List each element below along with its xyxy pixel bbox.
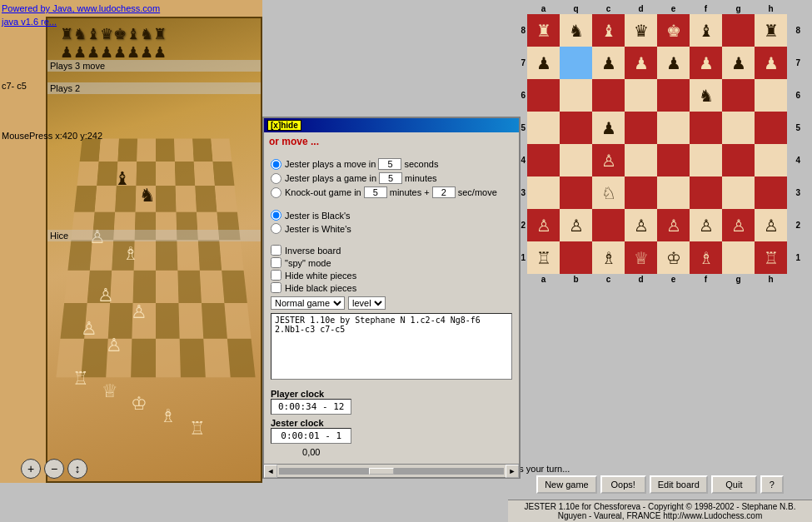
cell-f1[interactable]: ♗ (690, 241, 722, 274)
ko-secmove-input[interactable] (432, 186, 456, 198)
cell-g7[interactable]: ♟ (722, 47, 755, 79)
cell-g6[interactable] (722, 79, 755, 112)
cell-g2[interactable]: ♙ (722, 209, 755, 241)
hide-white-checkbox[interactable] (271, 270, 281, 281)
cell-d7[interactable]: ♟ (625, 47, 657, 79)
cell-a4[interactable] (527, 144, 560, 176)
knockout-radio[interactable] (271, 187, 281, 198)
cell-b8[interactable]: ♞ (560, 14, 592, 47)
cell-f5[interactable] (690, 112, 722, 144)
cell-c8[interactable]: ♝ (592, 14, 625, 47)
cell-g3[interactable] (722, 176, 755, 209)
cell-f3[interactable] (690, 176, 722, 209)
cell-h4[interactable] (755, 144, 787, 176)
reset-view-button[interactable]: ↕ (67, 459, 87, 479)
chess-board-3d[interactable]: ♜♞♝♛♚♝♞♜ ♟♟♟♟♟♟♟♟ ♝ ♞ ♙ ♗ ♙ ♙ ♙ ♙ ♖ ♕ ♔ … (46, 17, 262, 483)
plays-move-radio[interactable] (271, 159, 281, 170)
hide-black-row: Hide black pieces (271, 282, 512, 293)
cell-a2[interactable]: ♙ (527, 209, 560, 241)
cell-c4[interactable]: ♙ (592, 144, 625, 176)
dialog-scrollbar[interactable]: ◄ ► (264, 464, 519, 477)
cell-a7[interactable]: ♟ (527, 47, 560, 79)
game-log[interactable]: JESTER 1.10e by Stephane N 1.c2-c4 Ng8-f… (271, 313, 512, 380)
help-button[interactable]: ? (760, 475, 784, 494)
scroll-thumb[interactable] (369, 468, 394, 475)
cell-d8[interactable]: ♛ (625, 14, 657, 47)
cell-e2[interactable]: ♙ (657, 209, 690, 241)
jester-white-radio[interactable] (271, 223, 281, 234)
cell-c3[interactable]: ♘ (592, 176, 625, 209)
cell-h6[interactable] (755, 79, 787, 112)
cell-e4[interactable] (657, 144, 690, 176)
game-type-select[interactable]: Normal game Handicap Training (271, 296, 345, 310)
cell-a8[interactable]: ♜ (527, 14, 560, 47)
cell-h3[interactable] (755, 176, 787, 209)
cell-d3[interactable] (625, 176, 657, 209)
cell-c2[interactable] (592, 209, 625, 241)
cell-c7[interactable]: ♟ (592, 47, 625, 79)
jester-black-radio[interactable] (271, 210, 281, 221)
main-link[interactable]: Powered by Java, www.ludochess.com (2, 3, 160, 13)
cell-f4[interactable] (690, 144, 722, 176)
cell-c6[interactable] (592, 79, 625, 112)
scroll-right-button[interactable]: ► (506, 465, 519, 478)
cell-b3[interactable] (560, 176, 592, 209)
cell-d4[interactable] (625, 144, 657, 176)
cell-f8[interactable]: ♝ (690, 14, 722, 47)
zoom-in-button[interactable]: + (21, 459, 41, 479)
cell-a3[interactable] (527, 176, 560, 209)
cell-e7[interactable]: ♟ (657, 47, 690, 79)
cell-d2[interactable]: ♙ (625, 209, 657, 241)
cell-c1[interactable]: ♗ (592, 241, 625, 274)
quit-button[interactable]: Quit (711, 475, 757, 494)
zoom-out-button[interactable]: − (44, 459, 64, 479)
level-select[interactable]: level 12345 (348, 296, 386, 310)
cell-d6[interactable] (625, 79, 657, 112)
cell-a5[interactable] (527, 112, 560, 144)
cell-d1[interactable]: ♕ (625, 241, 657, 274)
cell-f7[interactable]: ♟ (690, 47, 722, 79)
cell-b2[interactable]: ♙ (560, 209, 592, 241)
cell-h5[interactable] (755, 112, 787, 144)
hide-button[interactable]: [x]hide (267, 120, 301, 131)
move-seconds-input[interactable] (378, 158, 401, 170)
cell-e6[interactable] (657, 79, 690, 112)
cell-a6[interactable] (527, 79, 560, 112)
cell-h7[interactable]: ♟ (755, 47, 787, 79)
scroll-track[interactable] (279, 468, 504, 475)
cell-e3[interactable] (657, 176, 690, 209)
cell-h1[interactable]: ♖ (755, 241, 787, 274)
cell-b4[interactable] (560, 144, 592, 176)
game-minutes-input[interactable] (379, 172, 402, 184)
cell-e1[interactable]: ♔ (657, 241, 690, 274)
cell-f6[interactable]: ♞ (690, 79, 722, 112)
cell-e5[interactable] (657, 112, 690, 144)
new-game-button[interactable]: New game (536, 475, 597, 494)
scroll-left-button[interactable]: ◄ (264, 465, 277, 478)
hide-black-checkbox[interactable] (271, 282, 281, 293)
cell-h2[interactable]: ♙ (755, 209, 787, 241)
plays-game-radio[interactable] (271, 173, 281, 184)
inverse-board-checkbox[interactable] (271, 245, 281, 256)
ko-minutes-label: minutes + (390, 187, 430, 197)
edit-board-button[interactable]: Edit board (650, 475, 708, 494)
cell-g4[interactable] (722, 144, 755, 176)
spy-mode-checkbox[interactable] (271, 257, 281, 268)
oops-button[interactable]: Oops! (600, 475, 646, 494)
cell-h8[interactable]: ♜ (755, 14, 787, 47)
cell-f2[interactable]: ♙ (690, 209, 722, 241)
cell-b5[interactable] (560, 112, 592, 144)
chess-board-2d[interactable]: a q c d e f g h 8 ♜ ♞ ♝ ♛ ♚ ♝ ♜ 8 (512, 4, 802, 284)
cell-a1[interactable]: ♖ (527, 241, 560, 274)
cell-b7[interactable] (560, 47, 592, 79)
cell-c5[interactable]: ♟ (592, 112, 625, 144)
cell-b1[interactable] (560, 241, 592, 274)
cell-g8[interactable] (722, 14, 755, 47)
ko-minutes-input[interactable] (364, 186, 387, 198)
cell-g1[interactable] (722, 241, 755, 274)
cell-g5[interactable] (722, 112, 755, 144)
cell-d5[interactable] (625, 112, 657, 144)
cell-b6[interactable] (560, 79, 592, 112)
java-link[interactable]: java v1.6 re... (2, 17, 57, 27)
cell-e8[interactable]: ♚ (657, 14, 690, 47)
